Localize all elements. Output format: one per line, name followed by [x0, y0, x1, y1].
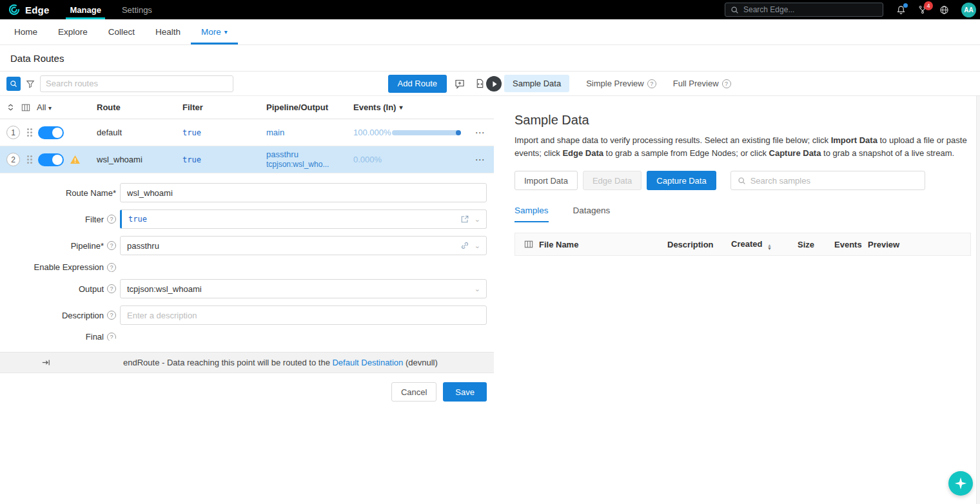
form-actions: Cancel Save [0, 382, 494, 402]
group-filter-dropdown[interactable]: All ▾ [37, 102, 52, 112]
subnav-item-home[interactable]: Home [4, 19, 48, 44]
field-wrap [120, 183, 487, 202]
user-avatar[interactable]: AA [961, 3, 976, 17]
route-pipeline-output[interactable]: passthru tcpjson:wsl_who... [260, 150, 347, 170]
desc-bold: Edge Data [562, 148, 603, 158]
link-icon[interactable] [460, 241, 469, 250]
form-row-output: Output ? ⌄ [0, 279, 494, 298]
chevron-down-icon[interactable]: ⌄ [475, 215, 480, 224]
desc-text: to grab a sample from Edge Nodes; or cli… [603, 148, 769, 158]
subnav-item-collect[interactable]: Collect [98, 19, 145, 44]
add-comment-icon[interactable] [452, 76, 467, 92]
columns-icon[interactable] [524, 240, 533, 249]
subnav-item-health[interactable]: Health [145, 19, 191, 44]
code-file-icon[interactable] [473, 76, 487, 91]
column-header-preview[interactable]: Preview [868, 240, 970, 249]
toggle-knob [52, 128, 63, 138]
column-header-events[interactable]: Events [834, 240, 868, 249]
chevron-down-icon[interactable]: ⌄ [475, 242, 480, 250]
edge-data-button[interactable]: Edge Data [583, 171, 642, 190]
columns-icon[interactable] [21, 103, 30, 112]
route-row-wsl-whoami[interactable]: 2 wsl_whoami true passthru tcpjson:wsl_w… [0, 146, 494, 173]
tab-datagens[interactable]: Datagens [573, 206, 611, 222]
search-icon [730, 6, 739, 14]
save-button[interactable]: Save [443, 382, 487, 402]
route-pipeline-link[interactable]: passthru [266, 150, 347, 160]
subnav-item-explore[interactable]: Explore [48, 19, 98, 44]
topnav-item-settings[interactable]: Settings [112, 0, 162, 19]
tab-simple-preview[interactable]: Simple Preview ? [586, 79, 656, 88]
column-header-route[interactable]: Route [90, 102, 176, 112]
column-header-events[interactable]: Events (In) ▾ [347, 102, 466, 112]
global-search[interactable] [725, 3, 883, 17]
subnav-item-more[interactable]: More ▾ [191, 19, 238, 44]
column-header-pipeline[interactable]: Pipeline/Output [260, 102, 347, 112]
info-icon[interactable]: ? [107, 284, 116, 293]
tab-full-preview[interactable]: Full Preview ? [673, 79, 731, 88]
label-text: Enable Expression [34, 262, 104, 272]
drag-handle-icon[interactable] [27, 155, 29, 157]
route-output-link[interactable]: tcpjson:wsl_who... [266, 160, 347, 170]
route-name-input[interactable] [121, 188, 486, 198]
row-menu-icon[interactable]: ⋯ [466, 154, 494, 166]
global-search-input[interactable] [743, 5, 877, 14]
column-header-size[interactable]: Size [798, 240, 834, 249]
import-data-button[interactable]: Import Data [514, 171, 578, 190]
column-header-filter[interactable]: Filter [176, 102, 260, 112]
info-icon[interactable]: ? [107, 311, 116, 320]
route-number-badge: 1 [6, 126, 20, 139]
route-pipeline-link[interactable]: main [260, 128, 347, 137]
filter-expression-field[interactable]: true ⌄ [120, 209, 487, 229]
capture-data-button[interactable]: Capture Data [647, 171, 716, 190]
column-header-created[interactable]: Created ▲▼ [731, 239, 798, 250]
info-icon[interactable]: ? [107, 241, 116, 250]
route-enabled-toggle[interactable] [38, 153, 64, 166]
search-toggle-button[interactable] [6, 77, 21, 91]
search-routes-input[interactable] [40, 75, 233, 92]
collapse-panel-handle[interactable] [486, 76, 502, 92]
route-events-percent: 100.000% [347, 128, 392, 137]
column-header-description[interactable]: Description [667, 240, 731, 249]
info-icon[interactable]: ? [107, 215, 116, 224]
filter-funnel-icon[interactable] [26, 79, 35, 88]
notifications-bell-icon[interactable] [896, 5, 906, 15]
cancel-button[interactable]: Cancel [391, 382, 436, 402]
chevron-down-icon[interactable]: ⌄ [475, 285, 480, 293]
collapse-rows-icon[interactable] [6, 103, 15, 111]
search-samples-input[interactable] [750, 176, 918, 186]
brand-name: Edge [25, 5, 49, 15]
search-samples-field[interactable] [730, 171, 925, 190]
column-header-file-name[interactable]: File Name [515, 240, 667, 249]
topnav-item-manage[interactable]: Manage [59, 0, 111, 19]
form-row-description: Description ? [0, 305, 494, 325]
add-route-button[interactable]: Add Route [388, 75, 447, 93]
content: Add Route All ▾ Route [0, 72, 980, 504]
output-select-field[interactable]: ⌄ [120, 279, 487, 298]
tab-sample-data[interactable]: Sample Data [504, 75, 569, 92]
toggle-label: Yes [124, 337, 135, 350]
help-globe-icon[interactable] [939, 5, 949, 15]
route-row-default[interactable]: 1 default true main 100.000% ⋯ [0, 119, 494, 146]
pipeline-select-field[interactable]: ⌄ [120, 236, 487, 255]
drag-handle-icon[interactable] [27, 128, 29, 130]
row-menu-icon[interactable]: ⋯ [466, 127, 494, 139]
expand-editor-icon[interactable] [460, 215, 469, 224]
form-row-pipeline: Pipeline* ? ⌄ [0, 236, 494, 255]
output-input[interactable] [121, 284, 475, 294]
tab-samples[interactable]: Samples [514, 206, 549, 222]
info-icon: ? [722, 79, 731, 88]
sort-icon[interactable]: ▲▼ [767, 244, 772, 250]
version-branch-icon[interactable]: 4 [918, 5, 927, 14]
events-bar-cell [392, 130, 466, 135]
route-name-label: Route Name* [0, 188, 120, 198]
routes-table-header: All ▾ Route Filter Pipeline/Output Event… [0, 96, 494, 119]
scrollbar-track[interactable] [976, 96, 980, 504]
brand[interactable]: Edge [0, 3, 59, 16]
route-enabled-toggle[interactable] [38, 126, 64, 139]
arrow-to-end-icon [41, 358, 51, 367]
page-title: Data Routes [10, 53, 64, 64]
pipeline-input[interactable] [121, 241, 460, 251]
assistant-sparkle-button[interactable] [948, 471, 973, 496]
description-input[interactable] [121, 311, 486, 320]
default-destination-link[interactable]: Default Destination [332, 358, 403, 367]
